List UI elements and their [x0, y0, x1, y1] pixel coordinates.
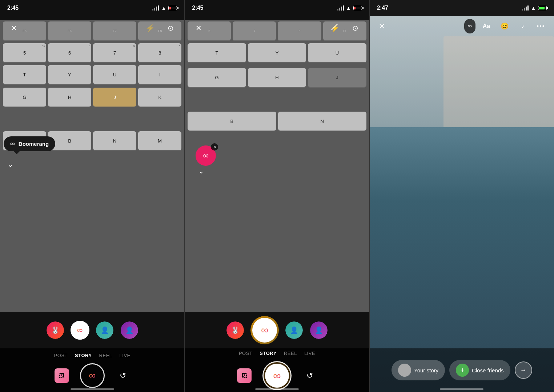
tab-live-1[interactable]: LIVE	[120, 353, 131, 358]
camera-option-avatar1-p2[interactable]: 🐰	[226, 321, 245, 340]
close-friends-btn[interactable]: + Close friends	[449, 360, 510, 380]
mode-tabs-1: POST STORY REEL LIVE	[54, 353, 131, 358]
key-u: U	[93, 65, 136, 84]
top-controls-1: ✕ ⚡ ⊙	[0, 19, 184, 37]
infinity-icon-cam-1: ∞	[77, 325, 83, 335]
camera-controls-1: 🖼 ∞ ↺	[55, 363, 130, 388]
key-i: I	[138, 65, 181, 84]
p2-key-b: B	[188, 112, 276, 131]
key-h: H	[48, 88, 91, 107]
camera-option-avatar1[interactable]: 🐰	[46, 321, 65, 340]
shutter-btn-1[interactable]: ∞	[80, 363, 105, 388]
tooltip-arrow	[14, 151, 20, 154]
settings-icon-2[interactable]: ⊙	[349, 21, 362, 35]
infinity-icon-toolbar: ∞	[468, 23, 472, 29]
p2-key-y: Y	[248, 43, 306, 62]
key-y: Y	[48, 65, 91, 84]
tab-post-2[interactable]: POST	[239, 351, 252, 356]
battery-fill-3	[539, 7, 544, 9]
boomerang-tooltip-icon: ∞	[10, 140, 15, 148]
infinity-icon-cam-p2: ∞	[261, 324, 268, 336]
close-icon-3[interactable]: ✕	[376, 20, 389, 33]
flip-camera-btn-2[interactable]: ↺	[302, 368, 317, 383]
infinity-icon-shutter-1: ∞	[89, 370, 96, 381]
infinity-icon-sticker: ∞	[203, 151, 209, 160]
sticker-tool-icon: 😊	[501, 22, 509, 30]
tab-story-1[interactable]: STORY	[75, 353, 92, 358]
sticker-tool-btn[interactable]: 😊	[497, 19, 512, 33]
boomerang-tool-btn[interactable]: ∞	[464, 19, 475, 33]
boomerang-cam-inner-p2: ∞	[252, 318, 277, 343]
music-tool-icon: ♪	[521, 23, 524, 29]
camera-option-avatar2-p2[interactable]: 👤	[285, 321, 304, 340]
top-controls-2: ✕ ⚡ ⊙	[185, 19, 369, 37]
settings-icon-1[interactable]: ⊙	[164, 21, 177, 35]
signal-icon-2	[337, 5, 344, 11]
flash-icon-1[interactable]: ⚡	[144, 21, 157, 35]
bottom-bar-2: POST STORY REEL LIVE 🖼 ∞ ↺	[185, 348, 369, 392]
infinity-icon-shutter-2: ∞	[273, 369, 281, 382]
camera-selector-2: 🐰 ∞ 👤 👤	[185, 314, 369, 347]
camera-option-avatar3-p2[interactable]: 👤	[309, 321, 328, 340]
camera-option-avatar2[interactable]: 👤	[95, 321, 114, 340]
status-icons-2: ▲	[337, 5, 362, 11]
key-6: 6^	[48, 43, 91, 62]
text-tool-btn[interactable]: Aa	[479, 19, 494, 33]
p2-key-g: G	[188, 68, 246, 87]
shutter-btn-2[interactable]: ∞	[262, 361, 292, 390]
chevron-down-icon-1[interactable]: ⌄	[7, 160, 13, 169]
more-tool-icon: •••	[537, 23, 545, 29]
music-tool-btn[interactable]: ♪	[515, 19, 530, 33]
send-icon: →	[520, 367, 527, 374]
close-icon-1[interactable]: ✕	[7, 21, 20, 35]
key-j: J	[93, 88, 136, 107]
camera-option-avatar3[interactable]: 👤	[120, 321, 139, 340]
key-g: G	[3, 88, 46, 107]
panel-1: F5 F6 F7 F8 5% 6^ 7& 8* T Y U I	[0, 0, 184, 392]
key-7: 7&	[93, 43, 136, 62]
home-indicator-1	[71, 388, 114, 390]
tab-post-1[interactable]: POST	[54, 353, 68, 358]
your-story-label: Your story	[414, 367, 438, 373]
boomerang-tooltip: ∞ Boomerang	[4, 136, 55, 151]
chevron-down-icon-2[interactable]: ⌄	[198, 167, 204, 175]
camera-option-boomerang-p2[interactable]: ∞	[250, 316, 279, 344]
flash-off-icon-2[interactable]: ⚡	[329, 21, 342, 35]
tab-reel-2[interactable]: REEL	[284, 351, 297, 356]
boomerang-sticker-p2[interactable]: ∞ ✕	[196, 145, 216, 166]
status-icons-1: ▲	[152, 5, 177, 11]
key-5: 5%	[3, 43, 46, 62]
camera-option-boomerang-1[interactable]: ∞	[71, 321, 89, 340]
close-friends-label: Close friends	[472, 367, 504, 373]
tab-live-2[interactable]: LIVE	[304, 351, 315, 356]
p2-key-n: N	[278, 112, 366, 131]
home-indicator-2	[255, 388, 299, 390]
wall-lower	[370, 127, 554, 200]
text-tool-icon: Aa	[483, 23, 490, 29]
avatar-placeholder-p2-1: 🐰	[226, 321, 244, 339]
tab-reel-1[interactable]: REEL	[99, 353, 112, 358]
story-tools-right: ∞ Aa 😊 ♪ •••	[464, 19, 548, 33]
boomerang-cam-inner: ∞	[71, 321, 89, 339]
home-indicator-3	[440, 388, 483, 390]
gallery-thumb-2[interactable]: 🖼	[237, 368, 252, 383]
tab-story-2[interactable]: STORY	[260, 351, 277, 356]
your-story-btn[interactable]: Your story	[392, 360, 445, 380]
battery-icon-3	[538, 6, 547, 10]
gallery-thumb-1[interactable]: 🖼	[55, 368, 69, 383]
flip-camera-btn-1[interactable]: ↺	[116, 368, 130, 383]
more-tool-btn[interactable]: •••	[534, 19, 548, 33]
avatar-placeholder-3: 👤	[121, 321, 138, 339]
story-bottom-bar: Your story + Close friends →	[370, 348, 554, 392]
wifi-icon-1: ▲	[161, 5, 166, 11]
close-icon-2[interactable]: ✕	[192, 21, 205, 35]
avatar-placeholder-p2-2: 👤	[285, 321, 303, 339]
bottom-bar-1: POST STORY REEL LIVE 🖼 ∞ ↺	[0, 348, 184, 392]
key-k: K	[138, 88, 181, 107]
panel-2: 6 7 8 ⊙ T Y U G H J B N 2:45	[184, 0, 369, 392]
send-story-btn[interactable]: →	[515, 361, 532, 379]
status-bar-2: 2:45 ▲	[185, 0, 369, 16]
battery-icon-2	[353, 6, 362, 10]
battery-fill-1	[169, 7, 171, 9]
battery-icon-1	[168, 6, 177, 10]
